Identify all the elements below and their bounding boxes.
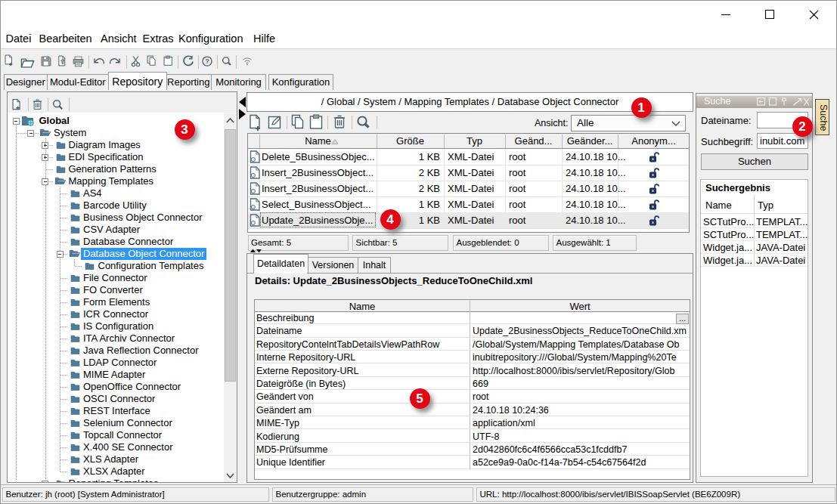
svg-text:?: ? — [205, 57, 209, 65]
